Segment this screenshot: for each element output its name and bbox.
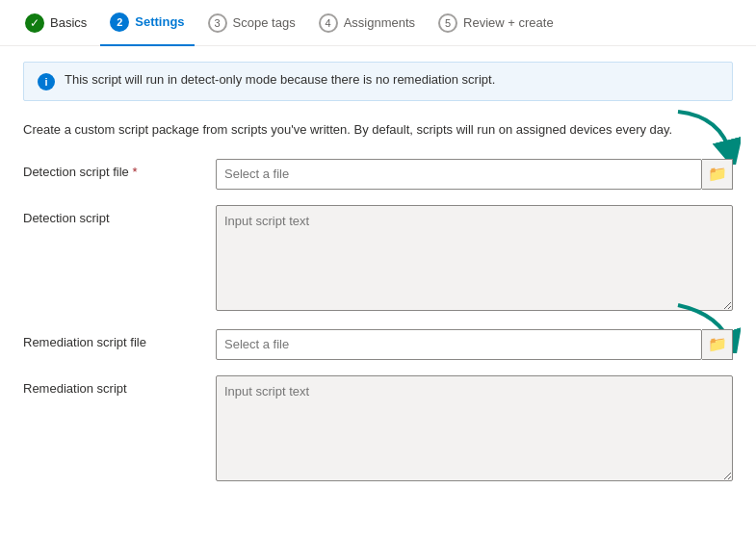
step-settings[interactable]: 2 Settings	[100, 0, 194, 46]
page-wrapper: ✓ Basics 2 Settings 3 Scope tags 4 Assig…	[0, 0, 756, 515]
remediation-script-field	[216, 375, 733, 484]
step-basics[interactable]: ✓ Basics	[15, 0, 96, 46]
required-star: *	[132, 165, 137, 179]
detection-script-file-browse-button[interactable]: 📁	[702, 159, 733, 190]
detection-script-file-input[interactable]	[216, 159, 702, 190]
step-label-assignments: Assignments	[344, 15, 415, 30]
step-circle-settings: 2	[110, 13, 129, 32]
detection-script-file-label: Detection script file *	[23, 159, 216, 179]
detection-script-file-field: 📁	[216, 159, 733, 190]
remediation-script-textarea[interactable]	[216, 375, 733, 481]
step-circle-basics: ✓	[25, 13, 44, 33]
folder-icon-remediation: 📁	[708, 335, 727, 353]
remediation-script-file-input[interactable]	[216, 329, 702, 360]
detection-script-label: Detection script	[23, 205, 216, 225]
remediation-script-file-input-row: 📁	[216, 329, 733, 360]
step-circle-scope-tags: 3	[208, 13, 227, 33]
step-label-basics: Basics	[50, 15, 87, 30]
detection-script-field	[216, 205, 733, 314]
step-label-settings: Settings	[135, 14, 184, 29]
remediation-script-file-row: Remediation script file 📁	[23, 329, 733, 360]
step-scope-tags[interactable]: 3 Scope tags	[198, 0, 305, 46]
remediation-script-row: Remediation script	[23, 375, 733, 484]
remediation-script-file-label: Remediation script file	[23, 329, 216, 349]
detection-script-file-input-row: 📁	[216, 159, 733, 190]
info-icon: i	[38, 73, 55, 90]
description-text: Create a custom script package from scri…	[23, 120, 733, 140]
step-circle-review-create: 5	[438, 13, 457, 33]
step-circle-assignments: 4	[319, 13, 338, 33]
main-content: i This script will run in detect-only mo…	[0, 46, 756, 515]
info-banner-text: This script will run in detect-only mode…	[65, 72, 495, 87]
detection-script-file-row: Detection script file * 📁	[23, 159, 733, 190]
folder-icon-detection: 📁	[708, 165, 727, 183]
step-assignments[interactable]: 4 Assignments	[309, 0, 425, 46]
remediation-script-file-field: 📁	[216, 329, 733, 360]
wizard-nav: ✓ Basics 2 Settings 3 Scope tags 4 Assig…	[0, 0, 756, 46]
step-review-create[interactable]: 5 Review + create	[429, 0, 563, 46]
step-label-review-create: Review + create	[463, 15, 554, 30]
detection-script-textarea[interactable]	[216, 205, 733, 311]
remediation-script-file-browse-button[interactable]: 📁	[702, 329, 733, 360]
remediation-script-label: Remediation script	[23, 375, 216, 396]
step-label-scope-tags: Scope tags	[233, 15, 296, 30]
info-banner: i This script will run in detect-only mo…	[23, 62, 733, 101]
detection-script-row: Detection script	[23, 205, 733, 314]
